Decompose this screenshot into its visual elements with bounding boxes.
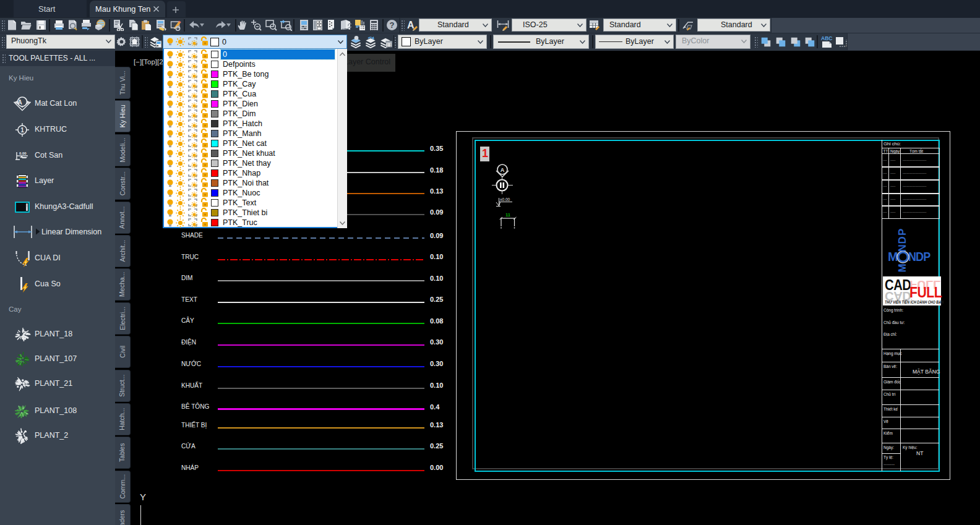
svg-text:ABC: ABC	[821, 35, 832, 41]
svg-text:A: A	[17, 99, 22, 106]
svg-text:1: 1	[20, 127, 24, 134]
svg-text:A: A	[501, 167, 505, 173]
svg-text:A: A	[407, 20, 415, 30]
svg-text:±0.00: ±0.00	[500, 197, 510, 202]
svg-text:11: 11	[505, 212, 510, 218]
svg-text:0.00: 0.00	[19, 152, 27, 155]
svg-text:?: ?	[390, 20, 395, 30]
